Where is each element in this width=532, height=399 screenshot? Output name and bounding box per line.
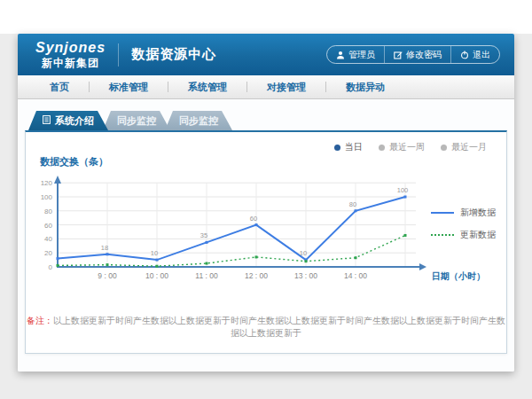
logout-button[interactable]: 退出 [450, 46, 499, 63]
svg-text:35: 35 [200, 231, 207, 239]
tab-label: 同步监控 [117, 114, 156, 128]
tab-sync-monitor-1[interactable]: 同步监控 [103, 111, 170, 130]
svg-text:10: 10 [151, 249, 158, 257]
svg-text:0: 0 [49, 263, 53, 271]
svg-text:80: 80 [349, 200, 356, 208]
tab-sync-monitor-2[interactable]: 同步监控 [165, 111, 232, 130]
logo: Synjones 新中新集团 [35, 41, 106, 68]
filter-label: 最近一月 [451, 141, 487, 153]
svg-text:80: 80 [44, 207, 52, 215]
svg-text:10 : 00: 10 : 00 [145, 271, 168, 280]
app-window: Synjones 新中新集团 数据资源中心 管理员 修改密码 [18, 34, 514, 372]
nav-item-home[interactable]: 首页 [30, 81, 89, 94]
content-area: 系统介绍 同步监控 同步监控 当日 最近一周 [18, 99, 514, 372]
brand-name: Synjones [35, 41, 106, 55]
legend-item-new-data[interactable]: 新增数据 [431, 207, 496, 219]
blue-line-icon [431, 212, 454, 214]
tab-bar: 系统介绍 同步监控 同步监控 [28, 111, 507, 130]
power-icon [460, 51, 469, 59]
radio-unselected-icon [379, 145, 385, 151]
svg-text:12 : 00: 12 : 00 [245, 271, 268, 280]
legend-label: 更新数据 [460, 229, 496, 241]
footnote: 备注：以上数据更新于时间产生数据以上数据更新于时间产生数据以上数据更新于时间产生… [26, 315, 506, 340]
footnote-text: 以上数据更新于时间产生数据以上数据更新于时间产生数据以上数据更新于时间产生数据以… [53, 316, 505, 338]
tab-label: 同步监控 [179, 114, 218, 128]
filter-label: 当日 [345, 141, 363, 153]
tab-label: 系统介绍 [55, 114, 94, 128]
svg-text:10: 10 [300, 249, 307, 257]
time-range-filters: 当日 最近一周 最近一月 [334, 141, 487, 153]
brand-subtitle: 新中新集团 [42, 58, 99, 68]
svg-text:9 : 00: 9 : 00 [98, 271, 117, 280]
svg-text:60: 60 [250, 215, 257, 223]
nav-item-standard-mgmt[interactable]: 标准管理 [90, 81, 168, 94]
legend-item-updated-data[interactable]: 更新数据 [431, 229, 496, 241]
change-password-button[interactable]: 修改密码 [384, 46, 450, 63]
user-controls: 管理员 修改密码 退出 [326, 45, 500, 64]
chart-legend: 新增数据 更新数据 [431, 207, 496, 241]
person-icon [336, 51, 345, 59]
svg-text:11 : 00: 11 : 00 [195, 271, 218, 280]
filter-today[interactable]: 当日 [334, 141, 363, 153]
radio-unselected-icon [441, 145, 447, 151]
svg-text:13 : 00: 13 : 00 [294, 271, 317, 280]
svg-text:100: 100 [41, 193, 53, 201]
legend-label: 新增数据 [460, 207, 496, 219]
main-nav: 首页 标准管理 系统管理 对接管理 数据异动 [18, 75, 514, 99]
svg-text:120: 120 [41, 179, 53, 187]
svg-text:14 : 00: 14 : 00 [344, 271, 367, 280]
radio-selected-icon [334, 145, 340, 151]
chart-panel: 当日 最近一周 最近一月 数据交换（条） 0204060801001209 : … [25, 130, 507, 354]
svg-text:日期（小时）: 日期（小时） [432, 271, 485, 281]
user-menu-button[interactable]: 管理员 [327, 46, 384, 63]
change-password-label: 修改密码 [406, 49, 442, 61]
footnote-prefix: 备注： [27, 316, 53, 325]
svg-text:20: 20 [44, 249, 52, 257]
svg-text:18: 18 [101, 244, 108, 252]
chart-y-axis-title: 数据交换（条） [40, 155, 108, 168]
edit-icon [394, 51, 403, 59]
svg-text:100: 100 [397, 186, 409, 194]
nav-item-data-change[interactable]: 数据异动 [326, 81, 404, 94]
tab-system-intro[interactable]: 系统介绍 [28, 111, 108, 130]
app-header: Synjones 新中新集团 数据资源中心 管理员 修改密码 [18, 34, 514, 75]
filter-last-month[interactable]: 最近一月 [441, 141, 487, 153]
browser-top-strip [0, 0, 532, 34]
nav-item-system-mgmt[interactable]: 系统管理 [168, 81, 246, 94]
page-title: 数据资源中心 [131, 46, 216, 63]
filter-last-week[interactable]: 最近一周 [379, 141, 425, 153]
user-label: 管理员 [348, 49, 375, 61]
logout-label: 退出 [473, 49, 490, 61]
nav-item-interface-mgmt[interactable]: 对接管理 [247, 81, 325, 94]
svg-text:40: 40 [44, 235, 52, 243]
document-icon [43, 115, 51, 126]
filter-label: 最近一周 [389, 141, 425, 153]
green-dotted-line-icon [431, 234, 454, 236]
svg-text:60: 60 [44, 222, 52, 230]
header-divider [118, 43, 119, 66]
